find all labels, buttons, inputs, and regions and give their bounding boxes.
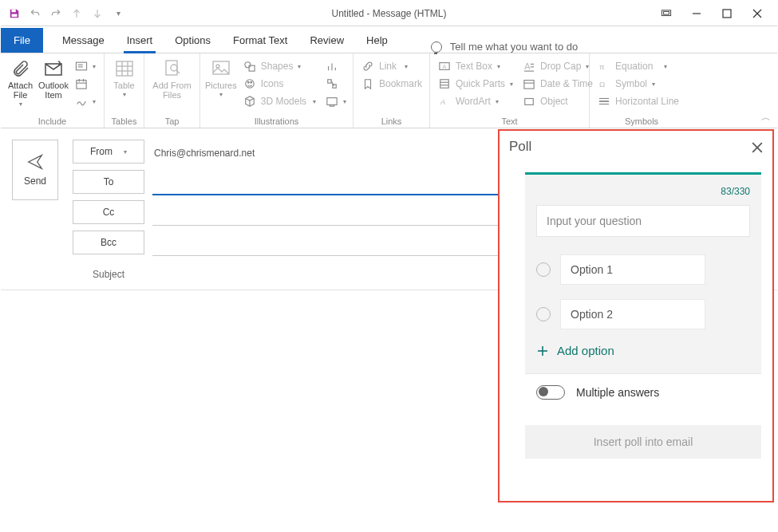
collapse-ribbon-button[interactable]: ︿ bbox=[761, 111, 771, 124]
svg-rect-37 bbox=[327, 98, 337, 105]
drop-cap-button[interactable]: ADrop Cap▾ bbox=[519, 58, 596, 74]
svg-rect-5 bbox=[723, 10, 731, 18]
cc-button[interactable]: Cc bbox=[73, 200, 144, 224]
signature-button[interactable]: ▾ bbox=[72, 93, 99, 109]
symbol-button[interactable]: ΩSymbol▾ bbox=[594, 76, 682, 92]
maximize-button[interactable] bbox=[721, 8, 733, 19]
svg-rect-3 bbox=[664, 11, 669, 14]
group-label-text: Text bbox=[435, 115, 584, 128]
svg-point-28 bbox=[246, 80, 255, 89]
minimize-button[interactable] bbox=[691, 8, 702, 19]
add-option-button[interactable]: Add option bbox=[536, 344, 750, 357]
envelope-clip-icon bbox=[41, 58, 65, 79]
symbol-icon: Ω bbox=[598, 77, 610, 90]
shapes-button[interactable]: Shapes▾ bbox=[240, 58, 319, 74]
poll-option-input-2[interactable]: Option 2 bbox=[560, 299, 705, 329]
paperclip-icon bbox=[9, 58, 33, 79]
object-icon bbox=[523, 95, 535, 108]
send-icon bbox=[26, 153, 44, 171]
calendar-icon bbox=[75, 77, 88, 90]
poll-question-input[interactable]: Input your question bbox=[536, 205, 750, 237]
next-item-button[interactable] bbox=[89, 5, 106, 22]
group-label-tap: Tap bbox=[149, 115, 195, 128]
close-window-button[interactable] bbox=[752, 8, 763, 19]
business-card-button[interactable]: ▾ bbox=[72, 58, 99, 74]
redo-button[interactable] bbox=[47, 5, 65, 22]
qat-customize-button[interactable]: ▾ bbox=[109, 5, 127, 22]
icons-button[interactable]: Icons bbox=[240, 76, 319, 92]
tell-me-label: Tell me what you want to do bbox=[450, 41, 578, 53]
send-button[interactable]: Send bbox=[12, 140, 58, 200]
svg-rect-21 bbox=[166, 61, 177, 75]
hline-icon bbox=[598, 95, 610, 108]
3d-models-button[interactable]: 3D Models▾ bbox=[240, 93, 319, 109]
svg-rect-0 bbox=[12, 9, 16, 12]
pictures-button[interactable]: Pictures▾ bbox=[205, 57, 237, 99]
from-button[interactable]: From▾ bbox=[73, 140, 144, 164]
poll-close-button[interactable] bbox=[752, 141, 763, 152]
radio-icon[interactable] bbox=[536, 262, 551, 277]
bcc-button[interactable]: Bcc bbox=[73, 231, 144, 254]
radio-icon[interactable] bbox=[536, 307, 551, 321]
wordart-icon: A bbox=[438, 95, 451, 108]
attach-file-button[interactable]: Attach File▾ bbox=[6, 57, 35, 108]
svg-point-30 bbox=[251, 81, 252, 83]
to-button[interactable]: To bbox=[73, 170, 144, 194]
table-icon bbox=[113, 58, 136, 79]
quick-parts-button[interactable]: Quick Parts▾ bbox=[435, 76, 516, 92]
tab-file[interactable]: File bbox=[1, 28, 43, 53]
calendar-button[interactable] bbox=[72, 76, 99, 92]
svg-point-22 bbox=[171, 65, 177, 71]
quickparts-icon bbox=[438, 77, 451, 90]
textbox-icon: A bbox=[438, 60, 451, 73]
bookmark-icon bbox=[361, 77, 374, 90]
tell-me-search[interactable]: Tell me what you want to do bbox=[431, 41, 578, 53]
prev-item-button[interactable] bbox=[68, 5, 85, 22]
reading-mode-button[interactable] bbox=[661, 8, 672, 19]
group-label-symbols: Symbols bbox=[594, 115, 689, 128]
screenshot-button[interactable]: ▾ bbox=[322, 93, 350, 109]
wordart-button[interactable]: AWordArt▾ bbox=[435, 93, 516, 109]
horizontal-line-button[interactable]: Horizontal Line bbox=[594, 93, 682, 109]
svg-rect-40 bbox=[440, 80, 449, 89]
bookmark-button[interactable]: Bookmark bbox=[358, 76, 425, 92]
plus-icon bbox=[536, 345, 549, 357]
datetime-icon bbox=[523, 77, 535, 90]
smartart-icon bbox=[326, 77, 338, 90]
svg-text:A: A bbox=[524, 61, 531, 71]
tab-help[interactable]: Help bbox=[355, 28, 399, 53]
tab-options[interactable]: Options bbox=[164, 28, 222, 53]
outlook-item-button[interactable]: Outlook Item bbox=[38, 57, 69, 100]
shapes-icon bbox=[243, 60, 256, 73]
svg-rect-16 bbox=[117, 61, 132, 76]
poll-panel: Poll 83/330 Input your question Option 1… bbox=[498, 129, 774, 502]
smartart-button[interactable] bbox=[322, 76, 350, 92]
svg-text:π: π bbox=[599, 62, 605, 71]
svg-rect-12 bbox=[77, 81, 86, 89]
tab-review[interactable]: Review bbox=[298, 28, 355, 53]
date-time-button[interactable]: Date & Time bbox=[519, 76, 596, 92]
chart-button[interactable] bbox=[322, 58, 350, 74]
svg-rect-1 bbox=[12, 14, 18, 16]
equation-button[interactable]: πEquation▾ bbox=[594, 58, 682, 74]
insert-poll-button[interactable]: Insert poll into email bbox=[525, 425, 761, 459]
save-button[interactable] bbox=[6, 5, 23, 22]
tab-insert[interactable]: Insert bbox=[116, 28, 164, 53]
picture-icon bbox=[209, 58, 233, 79]
tab-format-text[interactable]: Format Text bbox=[222, 28, 298, 53]
undo-button[interactable] bbox=[26, 5, 44, 22]
group-label-tables: Tables bbox=[109, 115, 139, 128]
text-box-button[interactable]: AText Box▾ bbox=[435, 58, 516, 74]
tab-message[interactable]: Message bbox=[51, 28, 116, 53]
object-button[interactable]: Object bbox=[519, 93, 596, 109]
svg-rect-2 bbox=[661, 10, 670, 15]
poll-option-row-1: Option 1 bbox=[536, 254, 750, 285]
link-button[interactable]: Link▾ bbox=[358, 58, 425, 74]
chart-icon bbox=[326, 60, 338, 73]
poll-option-input-1[interactable]: Option 1 bbox=[560, 254, 705, 285]
multiple-answers-row: Multiple answers bbox=[525, 373, 761, 411]
table-button[interactable]: Table▾ bbox=[109, 57, 139, 99]
add-from-files-button[interactable]: Add From Files bbox=[149, 57, 195, 100]
multiple-answers-toggle[interactable] bbox=[536, 385, 565, 400]
title-bar: ▾ Untitled - Message (HTML) bbox=[1, 1, 777, 26]
